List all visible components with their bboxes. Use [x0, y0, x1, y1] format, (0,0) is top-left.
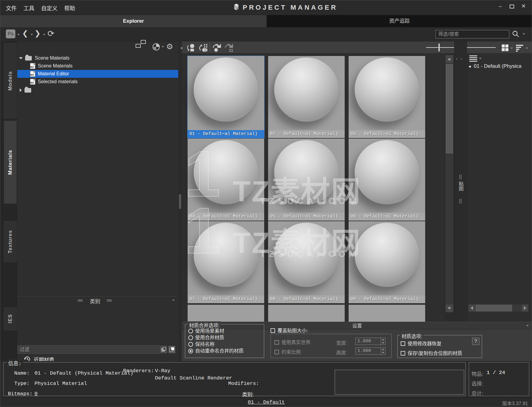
- material-thumbnail-08[interactable]: 08 - Default⋯al Material): [268, 221, 345, 303]
- grid-view-dropdown-icon[interactable]: [511, 48, 513, 49]
- material-file-icon: MAT: [30, 71, 35, 77]
- list-menu-dropdown-icon[interactable]: [479, 58, 481, 59]
- scroll-down-button[interactable]: [445, 304, 453, 312]
- search-icon[interactable]: [512, 30, 520, 38]
- settings-gear-icon[interactable]: ⚙: [166, 42, 173, 51]
- main-toolbar: Ps ❮ ❯ ⟳: [0, 27, 532, 41]
- scroll-left-button[interactable]: [468, 304, 475, 312]
- sort-dropdown-icon[interactable]: [526, 48, 528, 49]
- close-button[interactable]: ✕: [518, 3, 529, 9]
- refresh-button[interactable]: ⟳: [48, 29, 54, 38]
- material-thumbnail-partial[interactable]: [188, 305, 264, 322]
- maximize-button[interactable]: [507, 3, 517, 9]
- tree-root-collapsed[interactable]: [17, 86, 178, 94]
- checkbox-use-modifier-restore[interactable]: 使用修改器恢复: [401, 340, 442, 347]
- sort-icon[interactable]: [515, 44, 524, 52]
- group-view-button[interactable]: [160, 346, 167, 353]
- scrollbar-thumb[interactable]: [446, 64, 453, 153]
- scrollbar-thumb[interactable]: [476, 305, 512, 311]
- material-thumbnail-partial[interactable]: [349, 305, 425, 322]
- checkbox-real-world[interactable]: 使用真实世界: [274, 338, 310, 346]
- menu-customize[interactable]: 自定义: [41, 4, 57, 12]
- save-all-materials-icon[interactable]: [224, 43, 234, 52]
- slider-handle[interactable]: [438, 44, 440, 51]
- search-input[interactable]: [435, 30, 509, 38]
- settings-dropdown-icon[interactable]: [526, 325, 529, 327]
- menu-help[interactable]: 帮助: [64, 4, 75, 12]
- sidebar-tab-models[interactable]: Models: [4, 43, 17, 118]
- folder-icon: [25, 88, 31, 93]
- maps-splitter[interactable]: ‹ › 贴图: [454, 41, 467, 322]
- forward-dropdown-icon[interactable]: [43, 34, 45, 35]
- app-title: PROJECT MANAGER: [243, 4, 338, 11]
- menu-tools[interactable]: 工具: [23, 4, 34, 12]
- update-material-icon[interactable]: [186, 43, 196, 52]
- material-sphere-preview: [355, 140, 419, 204]
- radio-auto-rename[interactable]: 自动重命名合并的材质: [188, 347, 264, 353]
- material-thumbnail-03[interactable]: 03 - Default⋯al Material): [349, 56, 425, 138]
- flat-view-button[interactable]: [169, 346, 175, 353]
- expand-closed-icon[interactable]: [20, 88, 22, 92]
- thumbnail-label: 01 - Default⋯al Material): [188, 130, 264, 138]
- list-horizontal-scrollbar[interactable]: [468, 304, 529, 312]
- expand-open-icon[interactable]: [19, 57, 23, 59]
- tree-item-scene-materials[interactable]: MAT Scene Materials: [17, 62, 178, 70]
- checkbox-override-map-size[interactable]: 覆盖贴图大小:: [271, 327, 308, 334]
- back-dropdown-icon[interactable]: [31, 34, 33, 35]
- header-dash-icon: [78, 300, 83, 301]
- material-thumbnail-04[interactable]: 04 - Default⋯al Material): [188, 139, 264, 221]
- back-button[interactable]: ❮: [22, 29, 28, 38]
- checkbox-save-copy-bitmaps[interactable]: 保存\复制包含位图的材质: [401, 349, 462, 356]
- material-file-icon: MAT: [30, 63, 35, 69]
- grid-view-icon[interactable]: [501, 44, 509, 52]
- save-material-icon[interactable]: [212, 43, 222, 52]
- tree-splitter[interactable]: [178, 41, 182, 361]
- category-header[interactable]: 类别: [17, 296, 178, 304]
- material-thumbnail-partial[interactable]: [268, 305, 345, 322]
- render-mode-icon[interactable]: [152, 43, 160, 51]
- render-mode-dropdown-icon[interactable]: [162, 46, 164, 48]
- material-list-item[interactable]: ● 01 - Default (Physica: [469, 63, 521, 69]
- maps-tab[interactable]: 贴图: [457, 181, 464, 191]
- material-thumbnail-05[interactable]: 05 - Default⋯al Material): [268, 139, 345, 221]
- scroll-up-button[interactable]: [445, 55, 453, 63]
- photoshop-button[interactable]: Ps: [6, 29, 15, 38]
- tree-item-selected-materials[interactable]: MAT Selected materials: [17, 78, 178, 86]
- update-all-materials-icon[interactable]: [198, 43, 208, 52]
- material-thumbnail-06[interactable]: 06 - Default⋯al Material): [349, 139, 425, 221]
- sidebar-tab-ies[interactable]: IES: [4, 307, 17, 330]
- material-thumbnail-02[interactable]: 02 - Default⋯al Material): [268, 56, 345, 138]
- tab-asset-tracking[interactable]: 资产追踪: [267, 15, 532, 27]
- material-thumbnail-09[interactable]: 09 - Default⋯al Material): [349, 221, 425, 303]
- current-material-status[interactable]: 01 - Default: [0, 399, 532, 405]
- radio-keep-name[interactable]: 保持名称: [188, 340, 264, 347]
- minimize-button[interactable]: –: [495, 3, 505, 9]
- category-dropdown-icon[interactable]: [172, 300, 175, 301]
- material-thumbnail-07[interactable]: 07 - Default⋯al Material): [188, 221, 264, 303]
- tab-explorer[interactable]: Explorer: [0, 15, 267, 27]
- sidebar-tab-textures[interactable]: Textures: [4, 221, 17, 262]
- tree-root-scene-materials[interactable]: Scene Materials: [17, 54, 178, 62]
- material-thumbnail-01[interactable]: 01 - Default⋯al Material): [188, 56, 264, 138]
- tree-item-material-editor[interactable]: MAT Material Editor: [17, 70, 178, 78]
- bitmaps-value[interactable]: 0: [34, 391, 38, 397]
- tree-item-label: Scene Materials: [38, 63, 73, 69]
- thumbnails-scrollbar[interactable]: [445, 55, 454, 313]
- photoshop-dropdown-icon[interactable]: [17, 34, 20, 35]
- height-spinner[interactable]: 1.000: [355, 347, 386, 355]
- material-sphere-preview: [355, 223, 419, 287]
- collapse-right-icon[interactable]: ›: [461, 56, 462, 61]
- filter-input[interactable]: [18, 346, 159, 353]
- sidebar-tab-materials[interactable]: Materials: [4, 121, 17, 204]
- search-options-dropdown-icon[interactable]: [523, 33, 525, 35]
- collapse-left-icon[interactable]: ‹: [456, 56, 458, 61]
- checkbox-lock-ratio[interactable]: 约束比例: [274, 348, 301, 355]
- list-menu-icon[interactable]: [469, 55, 477, 63]
- forward-button[interactable]: ❯: [34, 29, 41, 38]
- collapse-panel-icon[interactable]: [180, 47, 182, 49]
- scroll-right-button[interactable]: [522, 304, 528, 312]
- radio-use-merged-material[interactable]: 使用合并材质: [188, 333, 264, 340]
- width-spinner[interactable]: 1.000: [355, 338, 386, 345]
- menu-file[interactable]: 文件: [6, 4, 17, 12]
- help-button[interactable]: ?: [472, 338, 479, 345]
